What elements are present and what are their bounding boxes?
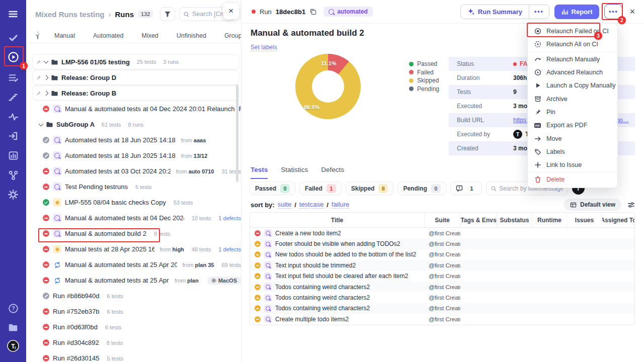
runs-tab-automated[interactable]: Automated [84,30,132,41]
sort-link-failure[interactable]: failure [332,201,349,209]
filter-chip-comments[interactable]: 1 [450,182,482,195]
table-row[interactable]: Todos containing weird characters2@first… [250,292,634,303]
run-group-row[interactable]: Release: Group B [32,85,239,101]
close-runs-panel-button[interactable]: × [223,3,239,19]
run-status-passed-icon [43,199,49,206]
column-header[interactable]: Issues [567,213,602,227]
run-row[interactable]: Run #d304c8928 tests [26,335,241,350]
run-row[interactable]: Run #b86b940d6 tests [26,288,241,304]
set-labels-link[interactable]: Set labels [251,44,277,51]
runs-play-icon[interactable] [7,51,19,63]
menu-icon[interactable] [7,8,19,20]
chevron-down-icon[interactable] [44,59,49,64]
close-detail-icon[interactable]: × [627,7,637,17]
analytics-icon[interactable] [7,149,19,161]
column-header[interactable]: Suite [425,213,460,227]
run-row[interactable]: Manual & automated build 29 tests [26,226,241,241]
run-row[interactable]: Run #0d63f0bd6 tests [26,319,241,335]
chevron-right-icon[interactable] [44,75,49,80]
check-icon[interactable] [7,32,19,44]
run-row[interactable]: Run #752eb37b6 tests [26,304,241,319]
menu-item-relaunch-manually[interactable]: Relaunch Manually [528,53,617,66]
run-group-row[interactable]: SubGroup A61 tests8 runs [26,117,241,132]
help-icon[interactable]: ? [7,302,19,314]
report-button[interactable]: Report [554,5,600,19]
pulse-icon[interactable] [7,111,19,123]
run-row[interactable]: Automated tests at 03 Oct 2024 20:25from… [26,163,241,179]
copy-icon[interactable] [309,8,316,15]
run-group-row[interactable]: LMP-556 01/05 testing25 tests3 runs [32,54,239,69]
menu-item-move[interactable]: Move [528,132,617,145]
runs-tab-mixed[interactable]: Mixed [132,30,167,41]
run-row[interactable]: Test Pending testruns5 tests [26,179,241,195]
workspace-logo[interactable]: T [7,340,19,352]
runs-tab-groups[interactable]: Groups [215,30,242,41]
run-row[interactable]: Manual & automated tests at 25 Apr 2025 … [26,273,241,288]
menu-item-link-issue[interactable]: Link to Issue [528,158,617,171]
table-row[interactable]: Todos containing weird characters2@first… [250,282,634,292]
table-row[interactable]: Text input should be trimmed2@first Crea… [250,260,634,270]
steps-icon[interactable] [7,91,19,103]
menu-item-export-pdf[interactable]: PDFExport as PDF [528,119,617,132]
settings-gear-icon[interactable] [7,189,19,201]
tab-statistics[interactable]: Statistics [281,166,308,179]
run-row[interactable]: Automated tests at 18 Jun 2025 14:18from… [26,132,241,148]
filter-button[interactable] [160,7,175,21]
run-row[interactable]: Automated tests at 18 Jun 2025 14:18from… [26,148,241,163]
menu-item-advanced-relaunch[interactable]: Advanced Relaunch [528,66,617,79]
run-row[interactable]: Manual tests at 28 Apr 2025 16:50from hi… [26,241,241,257]
column-header[interactable]: Assigned To [602,213,634,227]
select-all-icon[interactable] [37,32,38,39]
run-status-canceled-icon [43,293,49,299]
run-row[interactable]: Manual & automated tests at 04 Dec 2024 … [26,101,241,117]
column-header[interactable]: Substatus [497,213,532,227]
table-row[interactable]: Create multiple todo items2@first Create… [250,314,634,324]
filter-chip-pending[interactable]: Pending0 [397,182,446,195]
import-icon[interactable] [7,130,19,142]
test-list-icon[interactable] [7,71,19,83]
run-defects-link[interactable]: 1 defects [218,246,241,252]
menu-item-relaunch-all[interactable]: Relaunch All on CI [528,38,617,51]
run-defects-link[interactable]: 1 defects [218,215,241,221]
breadcrumb-section[interactable]: Runs [115,10,134,19]
runs-scrollbar[interactable] [236,84,238,182]
column-settings-icon[interactable] [627,201,635,209]
filter-chip-skipped[interactable]: Skipped8 [346,182,394,195]
run-row[interactable]: Run #26d301455 tests [26,350,241,362]
menu-item-pin[interactable]: Pin [528,106,617,119]
run-summary-more-button[interactable]: ••• [529,5,549,19]
run-group-row[interactable]: Release: Group D [32,70,239,85]
table-row[interactable]: New todos should be added to the bottom … [250,249,634,260]
column-header[interactable]: Title [250,213,425,227]
run-row[interactable]: LMP-555 08/04 basic checks Copy53 tests [26,195,241,210]
runs-tab-unfinished[interactable]: Unfinished [168,30,215,41]
sort-link-testcase[interactable]: testcase [299,201,324,209]
chevron-down-icon[interactable] [39,121,44,126]
filter-chip-passed[interactable]: Passed0 [250,182,295,195]
run-summary-button[interactable]: Run Summary [461,5,529,19]
default-view-button[interactable]: Default view [564,199,621,211]
build-url-tail[interactable]: po… [616,117,629,124]
sort-link-suite[interactable]: suite [278,201,291,209]
menu-item-launch-copy[interactable]: Launch a Copy Manually [528,79,617,92]
column-header[interactable]: Tags & Envs [460,213,497,227]
branch-icon[interactable] [7,169,19,181]
projects-folder-icon[interactable] [7,321,19,333]
chevron-right-icon[interactable] [44,90,49,96]
table-row[interactable]: Text input field should be cleared after… [250,271,634,282]
table-row[interactable]: Footer should be visible when adding TOD… [250,238,634,249]
breadcrumb-project[interactable]: Mixed Runs testing [35,10,105,19]
run-row[interactable]: Manual & automated tests at 25 Apr 2025 … [26,257,241,273]
menu-item-relaunch-failed[interactable]: Relaunch Failed on CI [528,25,617,38]
run-row[interactable]: Manual & automated tests at 04 Dec 2024 … [26,210,241,226]
menu-item-archive[interactable]: Archive [528,92,617,105]
tab-defects[interactable]: Defects [321,166,344,179]
column-header[interactable]: Runtime [532,213,567,227]
table-row[interactable]: Create a new todo item2@first Create ... [250,228,634,238]
runs-tab-manual[interactable]: Manual [45,30,84,41]
tab-tests[interactable]: Tests [251,166,268,179]
filter-chip-failed[interactable]: Failed1 [299,182,342,195]
table-row[interactable]: Todos containing weird characters2@first… [250,303,634,314]
menu-item-delete[interactable]: Delete [528,173,617,186]
menu-item-labels[interactable]: Labels [528,145,617,158]
